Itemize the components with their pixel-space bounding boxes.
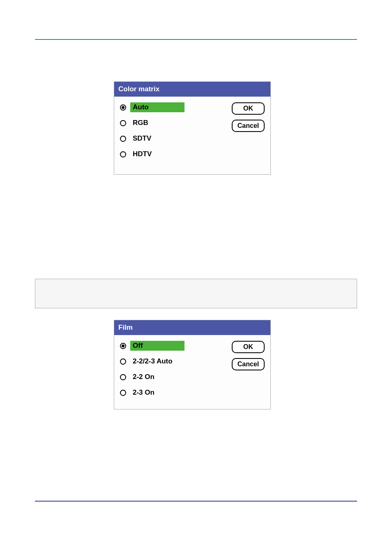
- radio-icon: [120, 374, 126, 380]
- cancel-button[interactable]: Cancel: [232, 120, 265, 132]
- option-label: 2-2/2-3 Auto: [130, 356, 175, 366]
- option-22-on[interactable]: 2-2 On: [120, 372, 265, 382]
- option-label: Off: [130, 341, 184, 351]
- ok-button[interactable]: OK: [232, 341, 265, 353]
- film-dialog: Film Off 2-2/2-3 Auto 2-2 On 2-3 On: [114, 320, 271, 409]
- option-label: 2-2 On: [130, 372, 157, 382]
- option-label: HDTV: [130, 149, 154, 159]
- option-sdtv[interactable]: SDTV: [120, 134, 265, 143]
- radio-icon: [120, 136, 126, 142]
- radio-icon: [120, 343, 126, 349]
- ok-button[interactable]: OK: [232, 102, 265, 115]
- radio-icon: [120, 390, 126, 396]
- cancel-button[interactable]: Cancel: [232, 358, 265, 370]
- option-label: RGB: [130, 118, 151, 128]
- option-label: SDTV: [130, 134, 154, 143]
- top-divider: [35, 39, 357, 40]
- option-hdtv[interactable]: HDTV: [120, 149, 265, 159]
- film-title: Film: [114, 320, 270, 335]
- bottom-divider: [35, 501, 357, 502]
- option-label: 2-3 On: [130, 388, 157, 398]
- radio-icon: [120, 120, 126, 126]
- option-23-on[interactable]: 2-3 On: [120, 388, 265, 398]
- color-matrix-dialog: Color matrix Auto RGB SDTV HDTV: [114, 81, 271, 175]
- option-label: Auto: [130, 102, 184, 112]
- radio-icon: [120, 358, 126, 365]
- radio-icon: [120, 151, 126, 157]
- color-matrix-title: Color matrix: [114, 82, 270, 97]
- radio-icon: [120, 104, 126, 111]
- note-box: [35, 279, 357, 308]
